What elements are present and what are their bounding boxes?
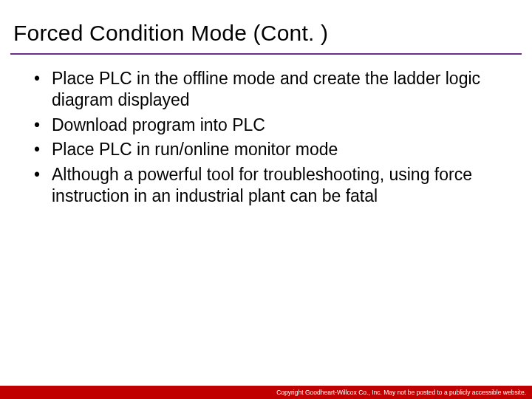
copyright-text: Copyright Goodheart-Willcox Co., Inc. Ma… xyxy=(276,389,526,396)
list-item: Place PLC in run/online monitor mode xyxy=(30,139,502,160)
slide-title: Forced Condition Mode (Cont. ) xyxy=(0,0,532,50)
list-item: Download program into PLC xyxy=(30,115,502,136)
list-item: Place PLC in the offline mode and create… xyxy=(30,68,502,112)
list-item: Although a powerful tool for troubleshoo… xyxy=(30,164,502,208)
footer-bar: Copyright Goodheart-Willcox Co., Inc. Ma… xyxy=(0,386,532,399)
slide-body: Place PLC in the offline mode and create… xyxy=(0,55,532,208)
bullet-list: Place PLC in the offline mode and create… xyxy=(30,68,502,208)
